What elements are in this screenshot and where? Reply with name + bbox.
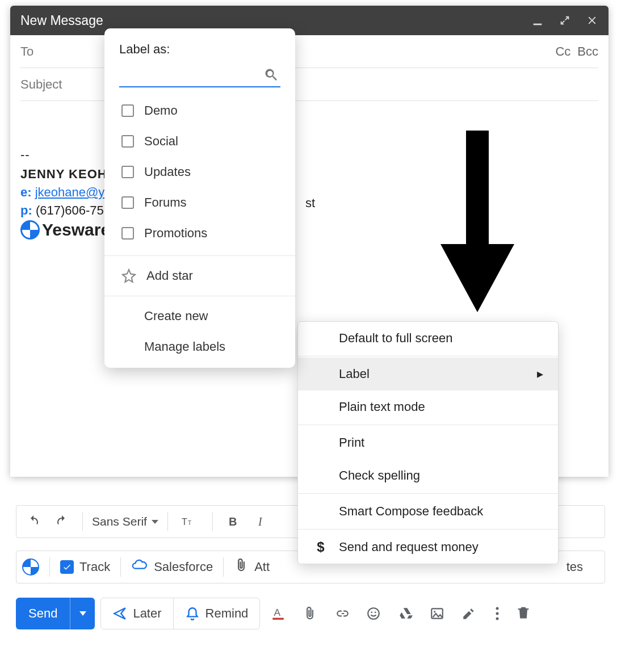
cloud-icon	[131, 558, 148, 576]
checkbox-icon	[121, 196, 134, 209]
later-label: Later	[133, 606, 161, 621]
attach-file-icon[interactable]	[302, 606, 318, 621]
svg-point-13	[496, 612, 499, 615]
checkbox-icon	[121, 104, 134, 117]
insert-emoji-icon[interactable]	[366, 606, 381, 621]
label-create-new[interactable]: Create new	[104, 301, 295, 331]
redo-button[interactable]	[51, 510, 73, 533]
menu-item-smart-compose-feedback[interactable]: Smart Compose feedback	[298, 495, 558, 528]
svg-text:T: T	[188, 520, 191, 526]
menu-divider	[298, 425, 558, 425]
label-text: Demo	[144, 103, 178, 118]
attach-button[interactable]: Att	[234, 558, 270, 576]
label-manage-labels[interactable]: Manage labels	[104, 331, 295, 362]
svg-point-12	[496, 607, 499, 610]
menu-label: Default to full screen	[339, 331, 453, 346]
svg-point-11	[434, 611, 435, 612]
insert-link-icon[interactable]	[334, 606, 350, 621]
bold-button[interactable]: B	[222, 510, 245, 533]
yesware-more-button[interactable]	[590, 556, 599, 578]
signature-phone-value: (617)606-75	[36, 203, 104, 217]
toolbar-divider	[49, 557, 50, 577]
subject-label: Subject	[20, 77, 62, 92]
label-search-input[interactable]	[119, 65, 280, 87]
menu-item-print[interactable]: Print	[298, 426, 558, 459]
menu-label: Send and request money	[339, 540, 479, 555]
signature-email-key: e:	[20, 185, 32, 199]
label-text: Social	[144, 134, 178, 149]
menu-label: Smart Compose feedback	[339, 504, 483, 519]
italic-button[interactable]: I	[250, 510, 273, 533]
send-split-button[interactable]	[70, 598, 95, 629]
chevron-down-icon	[79, 611, 86, 616]
signature-phone-key: p:	[20, 203, 32, 217]
templates-label-fragment[interactable]: tes	[567, 560, 583, 574]
checkbox-checked-icon	[60, 560, 74, 574]
menu-label: Plain text mode	[339, 400, 425, 414]
toolbar-divider	[167, 512, 168, 531]
insert-signature-icon[interactable]	[461, 606, 477, 621]
svg-text:T: T	[182, 517, 187, 527]
window-controls	[531, 14, 598, 27]
bell-icon	[185, 606, 200, 621]
remind-label: Remind	[205, 606, 249, 621]
menu-divider	[298, 529, 558, 530]
text-color-icon[interactable]: A	[270, 606, 286, 621]
send-later-icon	[112, 606, 127, 621]
menu-item-label[interactable]: Label ▸	[298, 358, 558, 390]
label-option-updates[interactable]: Updates	[104, 157, 295, 187]
track-label: Track	[79, 560, 110, 574]
svg-text:I: I	[258, 515, 263, 528]
label-option-social[interactable]: Social	[104, 126, 295, 157]
toolbar-divider	[82, 512, 83, 531]
insert-photo-icon[interactable]	[429, 606, 445, 621]
track-toggle[interactable]: Track	[60, 560, 110, 574]
yesware-icon[interactable]	[22, 558, 39, 576]
svg-marker-16	[440, 244, 514, 312]
label-text: Promotions	[144, 226, 207, 241]
svg-rect-15	[466, 131, 489, 250]
undo-button[interactable]	[22, 510, 45, 533]
salesforce-button[interactable]: Salesforce	[131, 558, 213, 576]
menu-item-send-request-money[interactable]: $ Send and request money	[298, 531, 558, 564]
dollar-icon: $	[313, 539, 329, 555]
yesware-mark-icon	[20, 220, 40, 240]
font-size-button[interactable]: TT	[177, 510, 203, 533]
more-options-button[interactable]	[489, 606, 505, 621]
send-button[interactable]: Send	[16, 598, 70, 629]
yesware-brand-text: Yesware	[42, 220, 110, 240]
minimize-icon[interactable]	[531, 14, 544, 27]
label-text: Forums	[144, 195, 187, 210]
add-star-label: Add star	[146, 268, 193, 283]
discard-draft-button[interactable]	[515, 604, 531, 623]
svg-point-14	[496, 618, 499, 620]
menu-item-plain-text[interactable]: Plain text mode	[298, 390, 558, 423]
signature-extra-fragment: st	[305, 196, 315, 211]
header-fields: To Cc Bcc Subject	[10, 35, 609, 101]
label-option-demo[interactable]: Demo	[104, 95, 295, 126]
cc-button[interactable]: Cc	[555, 44, 570, 59]
more-formatting-button[interactable]	[590, 510, 599, 533]
send-row: Send Later Remind A	[16, 596, 605, 631]
remind-button[interactable]: Remind	[173, 598, 260, 629]
label-option-forums[interactable]: Forums	[104, 187, 295, 218]
signature-email-value[interactable]: jkeohane@y	[35, 185, 105, 199]
menu-item-check-spelling[interactable]: Check spelling	[298, 459, 558, 492]
compose-icon-strip: A	[270, 606, 477, 621]
later-button[interactable]: Later	[101, 598, 173, 629]
toolbar-divider	[120, 557, 121, 577]
fullscreen-icon[interactable]	[559, 14, 571, 27]
annotation-arrow-icon	[440, 131, 514, 314]
close-icon[interactable]	[586, 14, 598, 27]
star-outline-icon	[121, 268, 136, 283]
insert-drive-icon[interactable]	[397, 606, 413, 621]
chevron-down-icon	[152, 520, 158, 524]
bcc-button[interactable]: Bcc	[577, 44, 598, 59]
label-text: Updates	[144, 165, 191, 179]
label-option-promotions[interactable]: Promotions	[104, 218, 295, 249]
toolbar-divider	[223, 557, 224, 577]
menu-item-default-fullscreen[interactable]: Default to full screen	[298, 322, 558, 355]
font-picker[interactable]: Sans Serif	[92, 515, 158, 528]
label-add-star[interactable]: Add star	[104, 261, 295, 291]
more-options-menu: Default to full screen Label ▸ Plain tex…	[297, 321, 559, 564]
